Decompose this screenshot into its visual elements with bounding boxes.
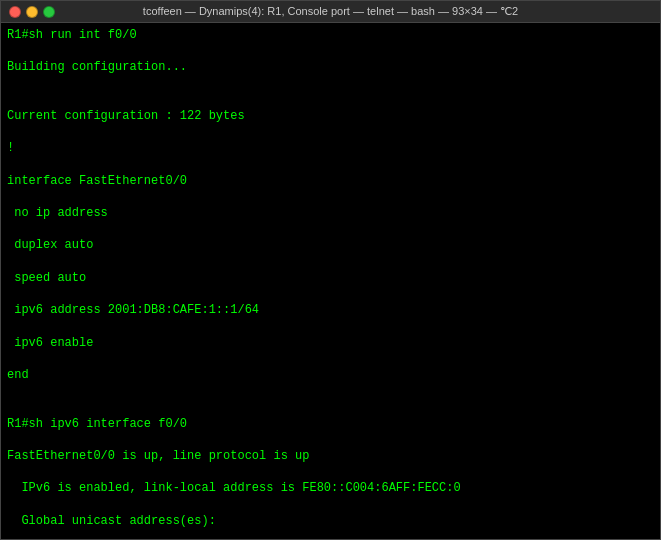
terminal-line: no ip address bbox=[7, 205, 654, 221]
close-button[interactable] bbox=[9, 6, 21, 18]
terminal-line: R1#sh ipv6 interface f0/0 bbox=[7, 416, 654, 432]
terminal-window: tcoffeen — Dynamips(4): R1, Console port… bbox=[0, 0, 661, 540]
terminal-line: Building configuration... bbox=[7, 59, 654, 75]
terminal-line: R1#sh run int f0/0 bbox=[7, 27, 654, 43]
terminal-line: ipv6 address 2001:DB8:CAFE:1::1/64 bbox=[7, 302, 654, 318]
window-buttons bbox=[9, 6, 55, 18]
terminal-line: FastEthernet0/0 is up, line protocol is … bbox=[7, 448, 654, 464]
terminal-line: Global unicast address(es): bbox=[7, 513, 654, 529]
terminal-line: interface FastEthernet0/0 bbox=[7, 173, 654, 189]
maximize-button[interactable] bbox=[43, 6, 55, 18]
terminal-line: ipv6 enable bbox=[7, 335, 654, 351]
title-bar: tcoffeen — Dynamips(4): R1, Console port… bbox=[1, 1, 660, 23]
window-title: tcoffeen — Dynamips(4): R1, Console port… bbox=[143, 5, 518, 18]
terminal-line: ! bbox=[7, 140, 654, 156]
terminal-line: Current configuration : 122 bytes bbox=[7, 108, 654, 124]
terminal-line: IPv6 is enabled, link-local address is F… bbox=[7, 480, 654, 496]
minimize-button[interactable] bbox=[26, 6, 38, 18]
terminal-line: speed auto bbox=[7, 270, 654, 286]
terminal-line: duplex auto bbox=[7, 237, 654, 253]
terminal-body[interactable]: R1#sh run int f0/0 Building configuratio… bbox=[1, 23, 660, 539]
terminal-line: end bbox=[7, 367, 654, 383]
